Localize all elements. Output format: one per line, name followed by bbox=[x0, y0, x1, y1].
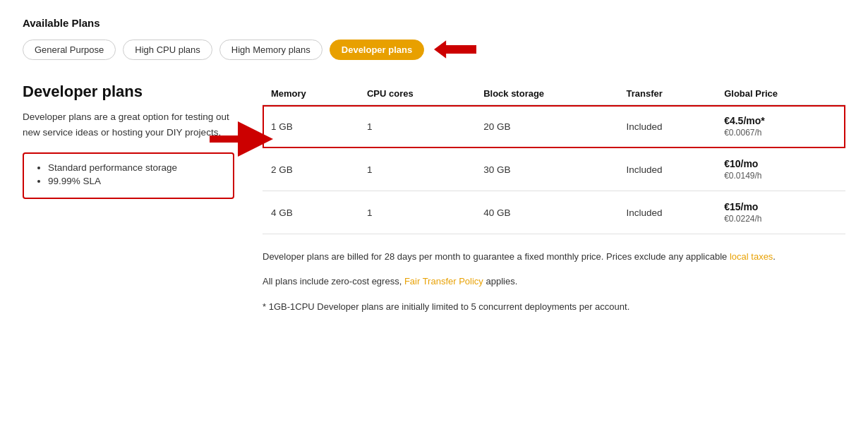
col-memory: Memory bbox=[263, 83, 358, 105]
cell-storage: 40 GB bbox=[475, 191, 617, 234]
cell-transfer: Included bbox=[618, 105, 716, 148]
left-panel: Developer plans Developer plans are a gr… bbox=[23, 83, 234, 199]
feature-storage: Standard performance storage bbox=[48, 162, 222, 173]
price-main: €10/mo bbox=[724, 158, 837, 169]
features-box: Standard performance storage 99.99% SLA bbox=[23, 152, 234, 199]
cell-memory: 2 GB bbox=[263, 148, 358, 191]
price-sub: €0.0149/h bbox=[724, 171, 837, 181]
price-sub: €0.0067/h bbox=[724, 128, 837, 138]
developer-description: Developer plans are a great option for t… bbox=[23, 109, 234, 140]
table-row[interactable]: 2 GB130 GBIncluded€10/mo€0.0149/h bbox=[263, 148, 845, 191]
footer-notes: Developer plans are billed for 28 days p… bbox=[263, 248, 845, 315]
fair-transfer-link[interactable]: Fair Transfer Policy bbox=[404, 276, 483, 287]
tab-bar: General Purpose High CPU plans High Memo… bbox=[23, 39, 845, 60]
egress-note: All plans include zero-cost egress, Fair… bbox=[263, 273, 845, 289]
col-price: Global Price bbox=[716, 83, 845, 105]
right-panel: Memory CPU cores Block storage Transfer … bbox=[263, 83, 845, 323]
col-transfer: Transfer bbox=[618, 83, 716, 105]
cell-cpu: 1 bbox=[358, 148, 475, 191]
applies-text: applies. bbox=[483, 276, 517, 287]
col-storage: Block storage bbox=[475, 83, 617, 105]
table-row[interactable]: 4 GB140 GBIncluded€15/mo€0.0224/h bbox=[263, 191, 845, 234]
arrow-pointing-to-tab bbox=[434, 39, 476, 60]
local-taxes-link[interactable]: local taxes bbox=[730, 251, 773, 262]
cell-memory: 4 GB bbox=[263, 191, 358, 234]
table-row[interactable]: 1 GB120 GBIncluded€4.5/mo*€0.0067/h bbox=[263, 105, 845, 148]
price-main: €15/mo bbox=[724, 201, 837, 212]
col-cpu: CPU cores bbox=[358, 83, 475, 105]
cell-memory: 1 GB bbox=[263, 105, 358, 148]
tab-general-purpose[interactable]: General Purpose bbox=[23, 40, 116, 60]
cell-storage: 20 GB bbox=[475, 105, 617, 148]
cell-price: €4.5/mo*€0.0067/h bbox=[716, 105, 845, 148]
cell-transfer: Included bbox=[618, 148, 716, 191]
deployment-note: * 1GB-1CPU Developer plans are initially… bbox=[263, 299, 845, 315]
feature-sla: 99.99% SLA bbox=[48, 176, 222, 186]
tab-high-cpu[interactable]: High CPU plans bbox=[123, 40, 212, 60]
svg-marker-0 bbox=[434, 40, 476, 59]
cell-price: €10/mo€0.0149/h bbox=[716, 148, 845, 191]
plans-table: Memory CPU cores Block storage Transfer … bbox=[263, 83, 845, 234]
price-main: €4.5/mo* bbox=[724, 115, 837, 126]
cell-transfer: Included bbox=[618, 191, 716, 234]
tab-developer[interactable]: Developer plans bbox=[330, 40, 424, 60]
cell-storage: 30 GB bbox=[475, 148, 617, 191]
cell-cpu: 1 bbox=[358, 191, 475, 234]
cell-cpu: 1 bbox=[358, 105, 475, 148]
billing-note: Developer plans are billed for 28 days p… bbox=[263, 248, 845, 265]
billing-period: . bbox=[773, 251, 776, 262]
cell-price: €15/mo€0.0224/h bbox=[716, 191, 845, 234]
tab-high-memory[interactable]: High Memory plans bbox=[219, 40, 323, 60]
developer-plans-title: Developer plans bbox=[23, 83, 234, 101]
table-header-row: Memory CPU cores Block storage Transfer … bbox=[263, 83, 845, 105]
available-plans-title: Available Plans bbox=[23, 17, 845, 29]
egress-text: All plans include zero-cost egress, bbox=[263, 276, 404, 287]
billing-text: Developer plans are billed for 28 days p… bbox=[263, 251, 730, 262]
price-sub: €0.0224/h bbox=[724, 214, 837, 224]
